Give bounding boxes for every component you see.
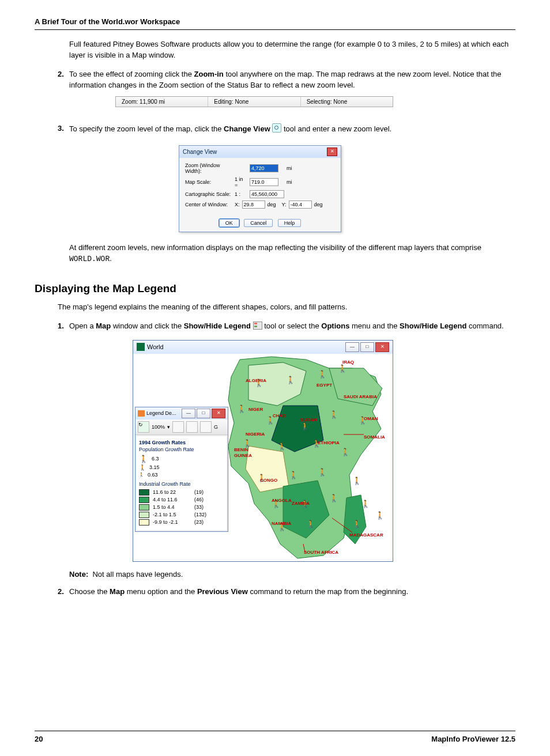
color-swatch [139,512,149,518]
status-editing: Editing: None [208,97,300,107]
tool-icon-2[interactable] [186,421,198,433]
svg-text:🚶: 🚶 [318,467,327,477]
page-number: 20 [35,735,43,743]
step-2-num: 2. [58,69,69,91]
row-carto-scale: Cartographic Scale: 1 : [185,190,335,198]
svg-text:🚶: 🚶 [306,519,316,529]
color-swatch [139,504,149,511]
country-label: CHAD [273,413,286,418]
row-center: Center of Window: X: deg Y: deg [185,201,335,209]
svg-text:🚶: 🚶 [289,470,299,480]
legend-icon [253,322,262,330]
legend-color-row: -2.1 to 1.5(132) [139,512,224,518]
country-label: ZAMBIA [292,501,310,506]
country-label: OMAN [364,416,378,421]
svg-text:🚶: 🚶 [329,493,339,503]
status-bar-figure: Zoom: 11,900 mi Editing: None Selecting:… [115,96,515,107]
legend-body: 1994 Growth Rates Population Growth Rate… [137,436,227,530]
country-label: SOUTH AFRICA [304,550,338,555]
country-label: ANGOLA [272,498,292,503]
country-label: SOMALIA [364,434,385,440]
legend-color-row: -9.9 to -2.1(23) [139,519,224,526]
legend-sub-1: Population Growth Rate [139,447,224,452]
world-window-title: World [147,343,164,350]
person-icon: 🚶 [139,464,146,471]
step-3-text: To specify the zoom level of the map, cl… [69,123,515,135]
svg-text:🚶: 🚶 [277,441,287,451]
step-2-text: To see the effect of zooming click the Z… [69,69,515,91]
change-view-dialog: Change View ✕ Zoom (Window Width): mi Ma… [179,145,341,232]
svg-text:🚶: 🚶 [318,369,327,379]
step-3: 3. To specify the zoom level of the map,… [58,123,515,135]
page-footer: 20 MapInfo ProViewer 12.5 [35,731,515,743]
legend-heading: 1994 Growth Rates [139,440,224,445]
legend-window-title: Legend De... [146,410,176,416]
center-x-input[interactable] [242,201,265,209]
legend-g-label: G [214,424,218,430]
help-button[interactable]: Help [278,219,302,227]
world-window-icon [137,343,145,351]
center-y-input[interactable] [289,201,312,209]
maximize-button[interactable]: □ [360,342,374,352]
svg-text:🚶: 🚶 [237,404,247,414]
country-label: SUDAN [300,417,317,422]
legend-pop-row: 🚶6.3 [139,455,224,463]
legend-toolbar: ↻ 100% ▾ G [135,419,228,435]
country-label: CONGO [260,478,277,483]
zoom-input[interactable] [250,164,278,172]
dropdown-icon[interactable]: ▾ [167,424,170,430]
country-label: NIGERIA [246,432,265,437]
dialog-titlebar: Change View ✕ [179,146,341,158]
svg-text:🚶: 🚶 [286,375,296,385]
ok-button[interactable]: OK [219,219,239,227]
color-swatch [139,519,149,526]
svg-text:🚶: 🚶 [352,476,362,486]
product-name: MapInfo ProViewer 12.5 [431,735,515,743]
legend-pop-row: 🚶3.15 [139,464,224,471]
minimize-button[interactable]: — [345,342,359,352]
note-line: Note: Not all maps have legends. [69,570,515,579]
legend-sub-2: Industrial Growth Rate [139,481,224,487]
country-label: GUINEA [234,453,252,458]
svg-text:🚶: 🚶 [375,511,385,520]
country-label: IRAQ [342,360,354,365]
legend-minimize-button[interactable]: — [182,409,195,418]
world-window-figure: World — □ ✕ [133,340,515,562]
section2-step-1: 1. Open a Map window and click the Show/… [58,321,515,332]
tool-icon-3[interactable] [200,421,212,433]
carto-scale-input[interactable] [250,190,284,198]
status-zoom: Zoom: 11,900 mi [116,97,208,107]
svg-text:🚶: 🚶 [329,410,339,419]
country-label: NAMIBIA [272,521,291,526]
person-icon: 🚶 [139,472,144,477]
legend-close-button[interactable]: ✕ [212,409,225,418]
legend-designer-window: Legend De... — □ ✕ ↻ 100% ▾ [135,407,228,532]
close-button[interactable]: ✕ [375,342,389,352]
map-scale-input[interactable] [250,178,278,186]
section-intro: The map's legend explains the meaning of… [58,302,515,313]
cancel-button[interactable]: Cancel [244,219,273,227]
world-window: World — □ ✕ [133,340,393,562]
legend-window-icon [138,410,145,417]
person-icon: 🚶 [139,455,148,463]
refresh-icon[interactable]: ↻ [138,421,149,433]
after-dialog-paragraph: At different zoom levels, new informatio… [69,243,515,265]
svg-text:🚶: 🚶 [352,519,362,529]
country-label: MADAGASCAR [349,532,383,538]
dialog-title: Change View [183,149,217,155]
color-swatch [139,489,149,496]
legend-zoom-value: 100% [152,424,165,430]
status-selecting: Selecting: None [301,97,393,107]
country-label: EGYPT [317,383,332,388]
header-rule [35,29,515,30]
dialog-close-button[interactable]: ✕ [327,148,337,156]
legend-pop-row: 🚶0.63 [139,472,224,478]
map-canvas[interactable]: 🚶🚶🚶🚶 🚶🚶🚶🚶🚶 🚶🚶🚶🚶 🚶🚶🚶🚶 🚶🚶🚶🚶🚶 🚶🚶🚶 ALGERIAEG… [133,354,393,561]
country-label: ETHIOPIA [318,440,340,445]
svg-text:🚶: 🚶 [341,447,351,457]
tool-icon-1[interactable] [172,421,184,433]
country-label: ALGERIA [246,378,266,383]
legend-maximize-button[interactable]: □ [197,409,210,418]
country-label: NIGER [248,407,263,412]
legend-color-row: 4.4 to 11.6(46) [139,497,224,503]
